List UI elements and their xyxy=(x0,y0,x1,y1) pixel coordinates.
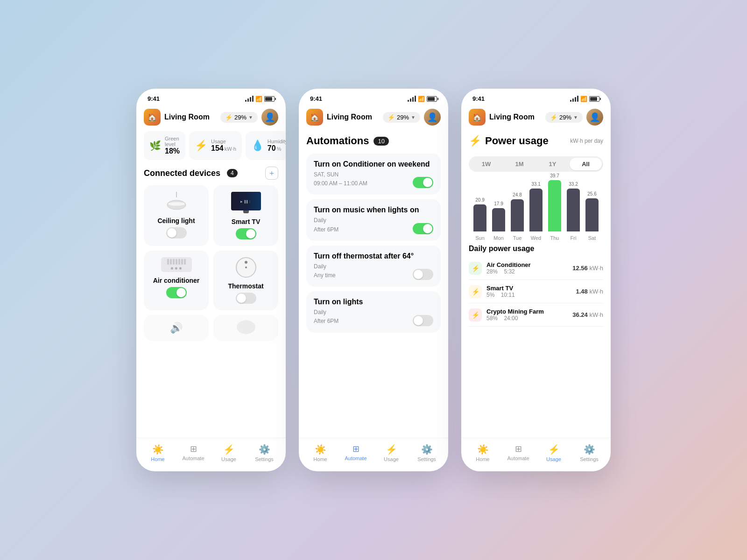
nav-usage-2[interactable]: ⚡ Usage xyxy=(374,444,409,462)
green-value: 18% xyxy=(165,147,180,155)
nav-settings-label-3: Settings xyxy=(580,456,599,462)
nav-settings-2[interactable]: ⚙️ Settings xyxy=(409,444,444,462)
tv-kwh: 1.48 kW·h xyxy=(576,288,603,295)
ceiling-light-toggle[interactable] xyxy=(166,227,187,238)
crypto-pct: 58% xyxy=(486,315,498,322)
tv-usage-bolt: ⚡ xyxy=(469,285,482,298)
bar-col-sat: 25.6 Sat xyxy=(583,191,601,241)
battery-value-2: 29% xyxy=(397,114,409,121)
nav-automate-1[interactable]: ⊞ Automate xyxy=(176,444,211,462)
ac-kwh: 12.56 kW·h xyxy=(572,265,603,272)
stat-humidity: 💧 Humidity 70 % xyxy=(246,131,286,160)
auto-toggle-0[interactable] xyxy=(413,177,433,188)
bar-sun[interactable] xyxy=(473,204,486,231)
auto-schedule2-1: After 6PM xyxy=(314,225,338,234)
usage-item-ac: ⚡ Air Conditioner 28% 5:32 12.56 kW·h xyxy=(469,257,603,280)
ceiling-light-icon xyxy=(162,192,190,212)
nav-automate-label-3: Automate xyxy=(507,455,529,461)
battery-display-3[interactable]: ⚡ 29% ▼ xyxy=(545,112,583,123)
bar-day-wed: Wed xyxy=(531,235,541,241)
usage-icon: ⚡ xyxy=(195,140,207,152)
nav-usage-3[interactable]: ⚡ Usage xyxy=(536,444,571,462)
auto-toggle-3[interactable] xyxy=(413,315,433,326)
auto-toggle-2[interactable] xyxy=(413,269,433,280)
room-name-1: Living Room xyxy=(164,113,217,121)
automation-card-1: Turn on music when lights on Daily After… xyxy=(306,199,441,240)
bar-wed[interactable] xyxy=(529,189,543,231)
battery-icon-2 xyxy=(427,96,437,102)
nav-settings-1[interactable]: ⚙️ Settings xyxy=(247,444,282,462)
nav-automate-2[interactable]: ⊞ Automate xyxy=(338,444,374,462)
wifi-icon-2: 📶 xyxy=(418,96,425,102)
signal-icon-3 xyxy=(570,96,578,102)
nav-automate-label-2: Automate xyxy=(345,455,366,461)
daily-usage-section: Daily power usage ⚡ Air Conditioner 28% … xyxy=(461,241,611,330)
nav-automate-3[interactable]: ⊞ Automate xyxy=(500,444,536,462)
nav-home-1[interactable]: ☀️ Home xyxy=(140,444,176,462)
period-tab-1m[interactable]: 1M xyxy=(503,158,536,170)
tv-kwh-val: 1.48 xyxy=(576,288,587,295)
device-card-thermostat: Thermostat xyxy=(213,251,278,310)
nav-automate-icon-3: ⊞ xyxy=(515,444,522,454)
nav-settings-icon-2: ⚙️ xyxy=(421,444,433,455)
thermostat-toggle[interactable] xyxy=(236,293,256,304)
bar-col-sun: 20.9 Sun xyxy=(471,197,489,241)
nav-usage-label-2: Usage xyxy=(384,456,399,462)
auto-name-1: Turn on music when lights on xyxy=(314,206,433,214)
period-tab-1y[interactable]: 1Y xyxy=(536,158,569,170)
green-label: Green level xyxy=(165,136,180,147)
add-device-button[interactable]: ＋ xyxy=(265,167,278,180)
auto-name-2: Turn off thermostat after 64° xyxy=(314,252,433,260)
partial-device-1: 🔊 xyxy=(144,315,209,341)
ac-name: Air conditioner xyxy=(150,277,202,284)
bar-day-fri: Fri xyxy=(571,235,577,241)
nav-usage-1[interactable]: ⚡ Usage xyxy=(211,444,247,462)
crypto-kwh-val: 36.24 xyxy=(572,311,588,318)
bar-fri[interactable] xyxy=(567,189,580,231)
period-tab-all[interactable]: All xyxy=(570,158,602,170)
status-icons-3: 📶 xyxy=(570,96,599,102)
devices-title: Connected devices xyxy=(144,168,220,178)
auto-schedule1-0: SAT, SUN xyxy=(314,170,367,179)
smart-tv-toggle[interactable] xyxy=(236,228,256,239)
crypto-usage-detail: 58% 24:00 xyxy=(486,315,568,322)
status-bar-1: 9:41 📶 xyxy=(136,89,286,105)
humidity-label: Humidity xyxy=(268,139,286,144)
usage-unit: kW·h xyxy=(225,146,236,152)
period-tab-1w[interactable]: 1W xyxy=(470,158,502,170)
battery-display-2[interactable]: ⚡ 29% ▼ xyxy=(383,112,420,123)
wifi-icon: 📶 xyxy=(255,96,262,102)
nav-usage-icon-3: ⚡ xyxy=(548,444,560,455)
header-2: 🏠 Living Room ⚡ 29% ▼ 👤 xyxy=(299,105,448,131)
bar-tue[interactable] xyxy=(511,199,524,231)
thermostat-name: Thermostat xyxy=(220,282,272,290)
power-title: Power usage xyxy=(485,135,549,147)
smart-tv-name: Smart TV xyxy=(220,218,272,225)
nav-usage-label: Usage xyxy=(221,456,236,462)
tv-bolt-icon: ⚡ xyxy=(472,288,479,295)
auto-name-0: Turn on Conditioner on weekend xyxy=(314,160,433,168)
tv-usage-detail: 5% 10:11 xyxy=(486,292,571,298)
bolt-icon-2: ⚡ xyxy=(388,114,395,121)
crypto-kwh: 36.24 kW·h xyxy=(572,311,603,318)
battery-display-1[interactable]: ⚡ 29% ▼ xyxy=(220,112,258,123)
ac-toggle[interactable] xyxy=(166,287,187,298)
nav-bar-1: ☀️ Home ⊞ Automate ⚡ Usage ⚙️ Settings xyxy=(136,438,286,471)
automations-count: 10 xyxy=(374,137,388,146)
phone-home: 9:41 📶 🏠 Living Room ⚡ 29% xyxy=(136,89,286,471)
nav-home-3[interactable]: ☀️ Home xyxy=(465,444,500,462)
bar-value-tue: 24.8 xyxy=(513,192,521,197)
devices-grid: Ceiling light ▶ ▐▐ ⋮ Smart xyxy=(136,185,286,310)
auto-toggle-1[interactable] xyxy=(413,223,433,234)
nav-home-2[interactable]: ☀️ Home xyxy=(303,444,338,462)
usage-item-crypto: ⚡ Crypto Mining Farm 58% 24:00 36.24 kW·… xyxy=(469,303,603,327)
nav-settings-3[interactable]: ⚙️ Settings xyxy=(571,444,607,462)
tv-usage-name: Smart TV xyxy=(486,285,571,292)
nav-usage-icon: ⚡ xyxy=(223,444,235,455)
bar-thu[interactable] xyxy=(548,180,561,231)
bar-sat[interactable] xyxy=(585,198,599,231)
period-tabs: 1W 1M 1Y All xyxy=(469,156,603,172)
auto-schedule1-3: Daily xyxy=(314,308,338,317)
bar-mon[interactable] xyxy=(492,208,505,231)
device-card-smart-tv: ▶ ▐▐ ⋮ Smart TV xyxy=(213,185,278,246)
